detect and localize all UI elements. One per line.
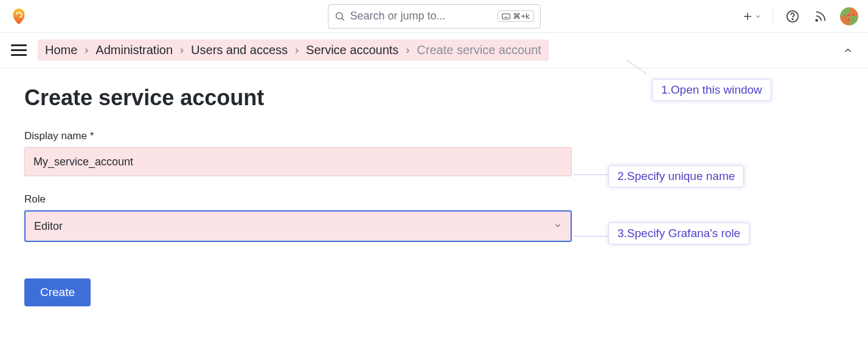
divider bbox=[773, 9, 773, 24]
collapse-header-button[interactable] bbox=[839, 41, 857, 60]
role-select-value: Editor bbox=[34, 220, 63, 233]
annotation-connector bbox=[573, 174, 608, 175]
rss-icon bbox=[814, 10, 827, 23]
chevron-up-icon bbox=[842, 45, 853, 56]
annotation-connector bbox=[573, 236, 608, 236]
create-button[interactable]: Create bbox=[24, 278, 91, 306]
role-select[interactable]: Editor bbox=[24, 210, 572, 242]
keyboard-icon bbox=[502, 13, 510, 19]
chevron-right-icon: › bbox=[406, 44, 409, 57]
svg-point-11 bbox=[816, 19, 818, 21]
page-subheader: Home › Administration › Users and access… bbox=[0, 33, 868, 68]
keyboard-shortcut-badge: ⌘+k bbox=[498, 10, 533, 22]
help-button[interactable] bbox=[784, 8, 801, 25]
breadcrumb-link-administration[interactable]: Administration bbox=[95, 43, 173, 57]
search-icon bbox=[335, 11, 345, 22]
search-placeholder: Search or jump to... bbox=[350, 10, 493, 22]
chevron-right-icon: › bbox=[180, 44, 184, 57]
plus-icon bbox=[742, 11, 753, 22]
breadcrumb-link-users-access[interactable]: Users and access bbox=[191, 43, 288, 57]
svg-point-0 bbox=[336, 12, 342, 19]
breadcrumb-link-home[interactable]: Home bbox=[45, 43, 77, 57]
breadcrumb-link-service-accounts[interactable]: Service accounts bbox=[306, 43, 398, 57]
question-circle-icon bbox=[786, 10, 799, 23]
chevron-right-icon: › bbox=[85, 44, 88, 57]
annotation-1: 1.Open this window bbox=[652, 79, 771, 101]
page-content: Create service account Display name * Ro… bbox=[0, 68, 868, 306]
news-button[interactable] bbox=[812, 8, 829, 25]
user-avatar[interactable] bbox=[840, 7, 858, 26]
chevron-right-icon: › bbox=[295, 44, 299, 57]
topbar: Search or jump to... ⌘+k bbox=[0, 0, 868, 33]
role-label: Role bbox=[24, 193, 868, 205]
add-menu-button[interactable] bbox=[742, 11, 762, 22]
breadcrumb: Home › Administration › Users and access… bbox=[38, 40, 549, 61]
menu-toggle-button[interactable] bbox=[11, 41, 29, 60]
grafana-logo-icon[interactable] bbox=[10, 7, 28, 26]
svg-rect-2 bbox=[502, 13, 510, 18]
svg-line-1 bbox=[341, 18, 344, 20]
chevron-down-icon bbox=[754, 13, 762, 20]
annotation-2: 2.Specify unique name bbox=[608, 165, 744, 187]
svg-point-10 bbox=[792, 18, 793, 19]
breadcrumb-current: Create service account bbox=[417, 43, 541, 57]
chevron-down-icon bbox=[554, 220, 562, 233]
display-name-input[interactable] bbox=[24, 147, 572, 176]
display-name-label: Display name * bbox=[24, 130, 868, 142]
search-input[interactable]: Search or jump to... ⌘+k bbox=[328, 4, 541, 29]
topbar-actions bbox=[742, 7, 858, 26]
annotation-3: 3.Specify Grafana's role bbox=[608, 222, 749, 244]
